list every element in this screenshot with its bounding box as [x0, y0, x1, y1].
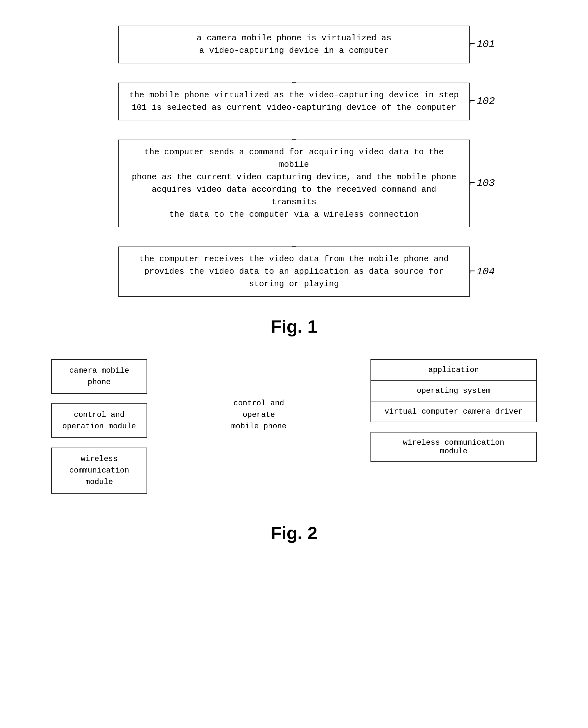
control-operate-mobile-label: control and operate mobile phone: [231, 398, 287, 432]
wireless-comm-module-label-left: wireless communication module: [69, 454, 129, 486]
fig2-diagram: camera mobile phone control and operatio…: [26, 349, 562, 503]
step-104-label: 104: [469, 264, 495, 280]
arrow-1: [294, 63, 294, 83]
step-104-text: the computer receives the video data fro…: [139, 254, 448, 289]
application-label: application: [428, 366, 479, 374]
fig2-title: Fig. 2: [26, 523, 562, 543]
step-103-text: the computer sends a command for acquiri…: [132, 147, 456, 219]
step-101-box: a camera mobile phone is virtualized as …: [118, 26, 470, 63]
wireless-comm-module-box-left: wireless communication module: [51, 448, 147, 494]
application-box: application: [371, 359, 537, 380]
step-102-label: 102: [469, 94, 495, 109]
fig2-left-column: camera mobile phone control and operatio…: [51, 359, 147, 494]
virtual-camera-driver-label: virtual computer camera driver: [384, 407, 523, 416]
control-operation-module-box: control and operation module: [51, 403, 147, 438]
camera-mobile-phone-box: camera mobile phone: [51, 359, 147, 394]
fig2-right-column: application operating system virtual com…: [371, 359, 537, 462]
wireless-comm-module-label-right: wireless communication module: [403, 438, 504, 456]
step-101-label: 101: [469, 37, 495, 52]
fig2-middle-column: control and operate mobile phone: [217, 359, 300, 432]
step-104-box: the computer receives the video data fro…: [118, 246, 470, 297]
step-102-box: the mobile phone virtualized as the vide…: [118, 83, 470, 120]
fig1-title: Fig. 1: [26, 316, 562, 337]
control-operation-module-label: control and operation module: [62, 410, 136, 430]
step-103-label: 103: [469, 176, 495, 191]
operating-system-label: operating system: [417, 386, 490, 395]
camera-mobile-phone-label: camera mobile phone: [69, 366, 129, 386]
step-103-box: the computer sends a command for acquiri…: [118, 140, 470, 227]
wireless-comm-module-box-right: wireless communication module: [371, 432, 537, 462]
step-101-text: a camera mobile phone is virtualized as …: [197, 33, 392, 55]
virtual-camera-driver-box: virtual computer camera driver: [371, 401, 537, 422]
operating-system-box: operating system: [371, 380, 537, 401]
arrow-2: [294, 120, 294, 140]
fig1-diagram: a camera mobile phone is virtualized as …: [26, 13, 562, 297]
arrow-3: [294, 227, 294, 246]
step-102-text: the mobile phone virtualized as the vide…: [129, 90, 459, 113]
